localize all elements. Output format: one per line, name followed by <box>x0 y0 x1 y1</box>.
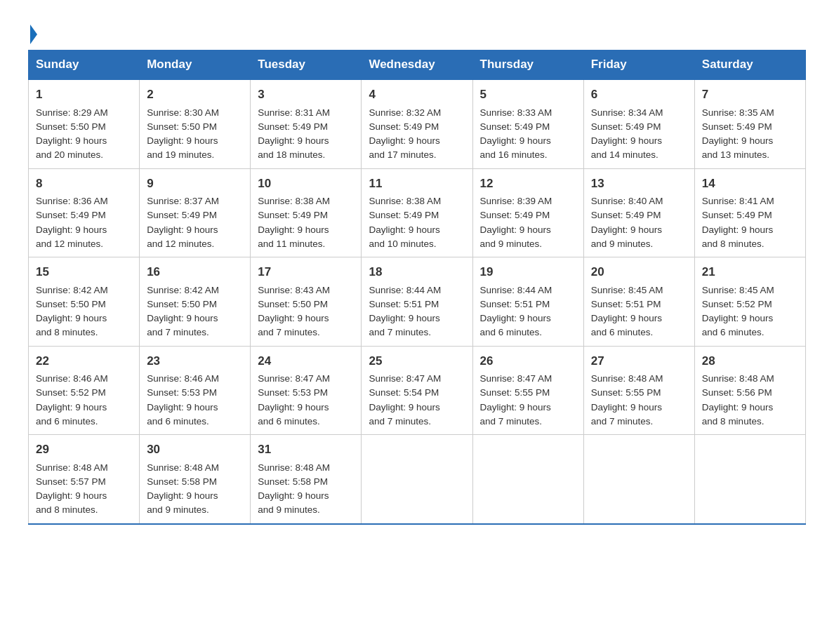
day-number: 9 <box>147 175 243 193</box>
daylight-label: Daylight: 9 hours <box>258 313 329 323</box>
sunrise-label: Sunrise: 8:48 AM <box>258 462 330 473</box>
daylight-minutes: and 8 minutes. <box>36 504 98 515</box>
sunrise-label: Sunrise: 8:31 AM <box>258 107 330 118</box>
sunset-label: Sunset: 5:49 PM <box>480 121 550 132</box>
daylight-label: Daylight: 9 hours <box>702 313 773 323</box>
sunset-label: Sunset: 5:49 PM <box>36 210 106 220</box>
daylight-label: Daylight: 9 hours <box>369 224 439 235</box>
sunset-label: Sunset: 5:55 PM <box>591 387 661 398</box>
day-number: 17 <box>258 263 354 281</box>
sunset-label: Sunset: 5:49 PM <box>369 210 439 220</box>
daylight-minutes: and 12 minutes. <box>147 239 214 249</box>
day-number: 14 <box>702 175 798 193</box>
sunrise-label: Sunrise: 8:33 AM <box>480 107 552 118</box>
sunset-label: Sunset: 5:49 PM <box>147 210 217 220</box>
daylight-minutes: and 16 minutes. <box>480 149 548 160</box>
calendar-day-cell: 6 Sunrise: 8:34 AM Sunset: 5:49 PM Dayli… <box>583 79 694 168</box>
sunrise-label: Sunrise: 8:40 AM <box>591 196 663 206</box>
calendar-day-cell: 19 Sunrise: 8:44 AM Sunset: 5:51 PM Dayl… <box>472 257 583 347</box>
weekday-header-thursday: Thursday <box>472 51 583 80</box>
daylight-label: Daylight: 9 hours <box>591 135 662 146</box>
calendar-table: SundayMondayTuesdayWednesdayThursdayFrid… <box>28 50 806 525</box>
calendar-day-cell: 24 Sunrise: 8:47 AM Sunset: 5:53 PM Dayl… <box>251 346 362 435</box>
sunrise-label: Sunrise: 8:46 AM <box>147 373 219 384</box>
daylight-label: Daylight: 9 hours <box>480 402 551 412</box>
daylight-minutes: and 8 minutes. <box>702 239 764 249</box>
sunset-label: Sunset: 5:49 PM <box>702 121 772 132</box>
sunset-label: Sunset: 5:56 PM <box>702 387 772 398</box>
sunset-label: Sunset: 5:49 PM <box>369 121 439 132</box>
day-number: 10 <box>258 175 354 193</box>
day-number: 27 <box>591 352 687 370</box>
daylight-label: Daylight: 9 hours <box>258 402 329 412</box>
calendar-day-cell: 5 Sunrise: 8:33 AM Sunset: 5:49 PM Dayli… <box>472 79 583 168</box>
calendar-day-cell: 11 Sunrise: 8:38 AM Sunset: 5:49 PM Dayl… <box>362 168 472 257</box>
daylight-minutes: and 6 minutes. <box>258 416 320 427</box>
calendar-day-cell: 8 Sunrise: 8:36 AM Sunset: 5:49 PM Dayli… <box>29 168 140 257</box>
calendar-day-cell: 9 Sunrise: 8:37 AM Sunset: 5:49 PM Dayli… <box>140 168 251 257</box>
daylight-minutes: and 20 minutes. <box>36 149 103 160</box>
daylight-minutes: and 6 minutes. <box>591 327 654 337</box>
daylight-minutes: and 12 minutes. <box>36 239 103 249</box>
day-number: 16 <box>147 263 243 281</box>
day-number: 29 <box>36 441 132 459</box>
day-number: 18 <box>369 263 465 281</box>
sunrise-label: Sunrise: 8:47 AM <box>258 373 330 384</box>
sunrise-label: Sunrise: 8:37 AM <box>147 196 219 206</box>
sunset-label: Sunset: 5:55 PM <box>480 387 550 398</box>
weekday-header-tuesday: Tuesday <box>251 51 362 80</box>
calendar-day-cell <box>472 435 583 524</box>
calendar-day-cell: 15 Sunrise: 8:42 AM Sunset: 5:50 PM Dayl… <box>29 257 140 347</box>
day-number: 11 <box>369 175 465 193</box>
daylight-minutes: and 8 minutes. <box>36 327 98 337</box>
sunrise-label: Sunrise: 8:44 AM <box>480 285 552 295</box>
sunset-label: Sunset: 5:50 PM <box>258 299 328 309</box>
sunset-label: Sunset: 5:49 PM <box>702 210 772 220</box>
calendar-week-row: 8 Sunrise: 8:36 AM Sunset: 5:49 PM Dayli… <box>29 168 806 257</box>
daylight-label: Daylight: 9 hours <box>369 135 439 146</box>
day-number: 30 <box>147 441 243 459</box>
daylight-minutes: and 9 minutes. <box>480 239 543 249</box>
sunset-label: Sunset: 5:50 PM <box>147 121 217 132</box>
calendar-day-cell: 1 Sunrise: 8:29 AM Sunset: 5:50 PM Dayli… <box>29 79 140 168</box>
weekday-header-friday: Friday <box>583 51 694 80</box>
daylight-label: Daylight: 9 hours <box>36 135 107 146</box>
calendar-day-cell: 27 Sunrise: 8:48 AM Sunset: 5:55 PM Dayl… <box>583 346 694 435</box>
day-number: 4 <box>369 86 465 104</box>
day-number: 15 <box>36 263 132 281</box>
sunset-label: Sunset: 5:49 PM <box>480 210 550 220</box>
calendar-day-cell: 29 Sunrise: 8:48 AM Sunset: 5:57 PM Dayl… <box>29 435 140 524</box>
sunset-label: Sunset: 5:51 PM <box>591 299 661 309</box>
day-number: 19 <box>480 263 576 281</box>
calendar-day-cell: 13 Sunrise: 8:40 AM Sunset: 5:49 PM Dayl… <box>583 168 694 257</box>
daylight-label: Daylight: 9 hours <box>702 402 773 412</box>
calendar-day-cell <box>694 435 805 524</box>
weekday-header-row: SundayMondayTuesdayWednesdayThursdayFrid… <box>29 51 806 80</box>
day-number: 1 <box>36 86 132 104</box>
daylight-minutes: and 6 minutes. <box>480 327 543 337</box>
day-number: 22 <box>36 352 132 370</box>
daylight-label: Daylight: 9 hours <box>480 224 551 235</box>
day-number: 20 <box>591 263 687 281</box>
daylight-minutes: and 7 minutes. <box>591 416 654 427</box>
daylight-minutes: and 7 minutes. <box>369 416 431 427</box>
sunrise-label: Sunrise: 8:48 AM <box>147 462 219 473</box>
day-number: 28 <box>702 352 798 370</box>
calendar-day-cell: 21 Sunrise: 8:45 AM Sunset: 5:52 PM Dayl… <box>694 257 805 347</box>
calendar-day-cell: 25 Sunrise: 8:47 AM Sunset: 5:54 PM Dayl… <box>362 346 472 435</box>
daylight-minutes: and 10 minutes. <box>369 239 436 249</box>
daylight-label: Daylight: 9 hours <box>702 135 773 146</box>
logo <box>28 21 37 43</box>
calendar-day-cell <box>583 435 694 524</box>
sunrise-label: Sunrise: 8:32 AM <box>369 107 441 118</box>
daylight-label: Daylight: 9 hours <box>591 313 662 323</box>
calendar-day-cell: 26 Sunrise: 8:47 AM Sunset: 5:55 PM Dayl… <box>472 346 583 435</box>
day-number: 25 <box>369 352 465 370</box>
daylight-minutes: and 7 minutes. <box>480 416 543 427</box>
sunrise-label: Sunrise: 8:46 AM <box>36 373 108 384</box>
sunset-label: Sunset: 5:53 PM <box>258 387 328 398</box>
sunrise-label: Sunrise: 8:38 AM <box>369 196 441 206</box>
daylight-minutes: and 19 minutes. <box>147 149 214 160</box>
sunrise-label: Sunrise: 8:47 AM <box>369 373 441 384</box>
sunset-label: Sunset: 5:49 PM <box>591 210 661 220</box>
